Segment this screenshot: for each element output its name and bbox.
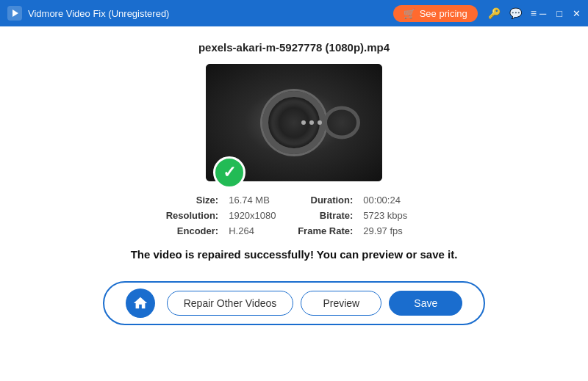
duration-label: Duration: bbox=[298, 195, 353, 206]
encoder-label: Encoder: bbox=[166, 225, 219, 236]
dot-5 bbox=[334, 120, 338, 125]
encoder-value: H.264 bbox=[229, 225, 287, 236]
dot-4 bbox=[326, 120, 330, 125]
home-button[interactable] bbox=[126, 289, 155, 318]
video-info-table: Size: 16.74 MB Duration: 00:00:24 Resolu… bbox=[166, 195, 423, 236]
save-button[interactable]: Save bbox=[389, 291, 462, 316]
chat-icon[interactable]: 💬 bbox=[509, 7, 522, 19]
video-thumb-dots bbox=[301, 120, 338, 125]
key-icon[interactable]: 🔑 bbox=[488, 7, 501, 19]
window-controls: ─ □ ✕ bbox=[539, 9, 581, 18]
preview-button[interactable]: Preview bbox=[301, 291, 381, 316]
success-message: The video is repaired successfully! You … bbox=[131, 248, 458, 261]
main-content: pexels-akari-m-5927778 (1080p).mp4 ✓ Siz… bbox=[0, 26, 588, 381]
repair-other-videos-button[interactable]: Repair Other Videos bbox=[167, 291, 294, 316]
cart-icon: 🛒 bbox=[404, 8, 415, 19]
see-pricing-button[interactable]: 🛒 See pricing bbox=[393, 5, 478, 22]
bottom-action-bar: Repair Other Videos Preview Save bbox=[29, 275, 559, 333]
dot-3 bbox=[318, 120, 322, 125]
framerate-value: 29.97 fps bbox=[363, 225, 422, 236]
dot-1 bbox=[301, 120, 306, 125]
close-button[interactable]: ✕ bbox=[573, 9, 581, 18]
minimize-button[interactable]: ─ bbox=[539, 9, 546, 18]
bitrate-label: Bitrate: bbox=[298, 210, 353, 221]
duration-value: 00:00:24 bbox=[363, 195, 422, 206]
bitrate-value: 5723 kbps bbox=[363, 210, 422, 221]
framerate-label: Frame Rate: bbox=[298, 225, 353, 236]
size-value: 16.74 MB bbox=[229, 195, 287, 206]
video-filename: pexels-akari-m-5927778 (1080p).mp4 bbox=[198, 41, 390, 54]
title-bar: Vidmore Video Fix (Unregistered) 🛒 See p… bbox=[0, 0, 588, 26]
video-thumbnail-wrapper: ✓ bbox=[206, 64, 382, 181]
home-icon bbox=[132, 295, 148, 311]
title-bar-controls: 🔑 💬 ≡ bbox=[488, 7, 537, 19]
maximize-button[interactable]: □ bbox=[556, 9, 562, 18]
menu-icon[interactable]: ≡ bbox=[531, 7, 537, 19]
size-label: Size: bbox=[166, 195, 219, 206]
dot-2 bbox=[309, 120, 314, 125]
resolution-label: Resolution: bbox=[166, 210, 219, 221]
success-checkmark: ✓ bbox=[213, 156, 245, 189]
app-logo bbox=[7, 6, 22, 21]
resolution-value: 1920x1080 bbox=[229, 210, 287, 221]
app-title: Vidmore Video Fix (Unregistered) bbox=[28, 8, 393, 19]
action-buttons-container: Repair Other Videos Preview Save bbox=[103, 281, 485, 325]
